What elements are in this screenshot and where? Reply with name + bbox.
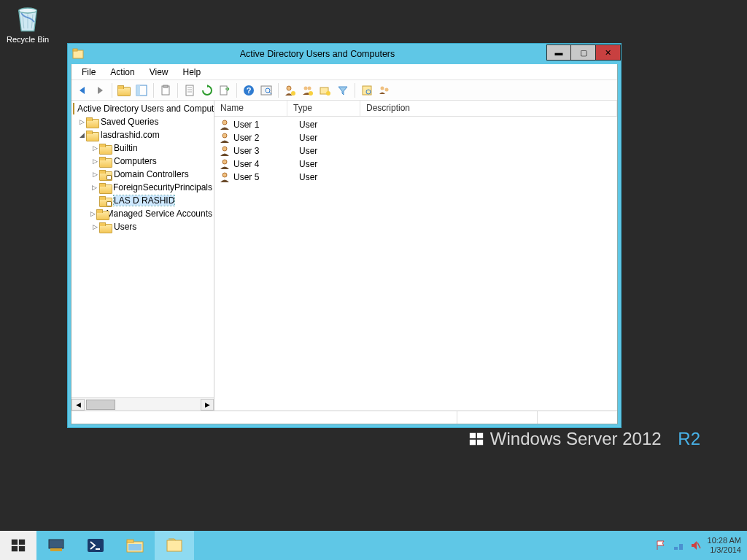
task-explorer[interactable] (115, 531, 155, 560)
list-item[interactable]: User 4User (214, 158, 617, 171)
scroll-right-button[interactable]: ▶ (201, 399, 214, 411)
tree-hscroll[interactable]: ◀ ▶ (71, 397, 214, 411)
expand-icon[interactable]: ▷ (90, 171, 99, 178)
flag-tray-icon[interactable] (655, 540, 667, 551)
svg-rect-4 (477, 440, 483, 445)
toolbar: ? (71, 80, 617, 101)
user-icon (219, 119, 231, 131)
list-body: User 1User User 2User User 3User User 4U… (214, 117, 617, 411)
query-icon (361, 85, 373, 96)
export-icon (219, 85, 231, 96)
tree-computers[interactable]: ▷ Computers (71, 155, 214, 168)
find-icon (260, 85, 272, 96)
tree-saved-queries[interactable]: ▷ Saved Queries (71, 115, 214, 128)
refresh-button[interactable] (199, 82, 215, 98)
explorer-icon (125, 535, 145, 556)
tree-pane: Active Directory Users and Computers ▷ S… (71, 101, 214, 411)
scroll-track[interactable] (85, 399, 201, 411)
expand-icon[interactable]: ▷ (77, 118, 86, 125)
task-aduc[interactable] (155, 531, 194, 560)
expand-icon[interactable]: ▷ (90, 158, 99, 165)
column-type[interactable]: Type (287, 101, 360, 116)
svg-point-21 (287, 86, 291, 90)
clipboard-icon (160, 85, 171, 96)
scroll-left-button[interactable]: ◀ (71, 399, 85, 411)
recycle-bin[interactable]: Recycle Bin (6, 3, 50, 44)
filter-icon (337, 85, 349, 96)
tree-domain[interactable]: ◢ lasdrashid.com (71, 128, 214, 141)
app-icon (72, 48, 84, 60)
list-item[interactable]: User 5User (214, 171, 617, 184)
statusbar (71, 411, 617, 424)
expand-icon[interactable]: ▷ (90, 223, 99, 230)
svg-point-30 (381, 86, 384, 90)
new-user-button[interactable] (282, 82, 298, 98)
tree-root[interactable]: Active Directory Users and Computers (71, 102, 214, 115)
user-icon (219, 132, 231, 144)
svg-rect-11 (186, 85, 193, 96)
svg-rect-1 (470, 433, 476, 438)
start-button[interactable] (0, 531, 36, 560)
forward-button[interactable] (92, 82, 108, 98)
back-button[interactable] (74, 82, 90, 98)
tree-users[interactable]: ▷ Users (71, 220, 214, 233)
up-folder-button[interactable] (116, 82, 132, 98)
svg-point-31 (385, 88, 389, 91)
new-group-button[interactable] (300, 82, 316, 98)
cut-button[interactable] (158, 82, 174, 98)
clock-date: 1/3/2014 (708, 545, 741, 555)
add-to-group-button[interactable] (376, 82, 392, 98)
svg-rect-38 (19, 540, 25, 545)
close-button[interactable]: ✕ (596, 44, 621, 61)
list-pane: Name Type Description User 1User User 2U… (214, 101, 617, 411)
minimize-button[interactable]: ▬ (546, 44, 571, 61)
tree-domain-controllers[interactable]: ▷ Domain Controllers (71, 168, 214, 181)
svg-point-32 (222, 120, 227, 125)
svg-rect-45 (127, 540, 133, 542)
list-item[interactable]: User 2User (214, 131, 617, 144)
properties-button[interactable] (182, 82, 198, 98)
column-name[interactable]: Name (214, 101, 287, 116)
column-description[interactable]: Description (360, 101, 617, 116)
volume-tray-icon[interactable] (690, 540, 702, 551)
expand-icon[interactable]: ▷ (90, 184, 99, 191)
expand-icon[interactable]: ▷ (90, 144, 99, 152)
maximize-button[interactable]: ▢ (571, 44, 596, 61)
clock[interactable]: 10:28 AM 1/3/2014 (708, 536, 741, 555)
new-ou-button[interactable] (317, 82, 333, 98)
collapse-icon[interactable]: ◢ (77, 131, 86, 139)
tree-selected-ou[interactable]: LAS D RASHID (71, 194, 214, 207)
help-button[interactable]: ? (241, 82, 257, 98)
expand-icon[interactable]: ▷ (90, 210, 96, 217)
tree-msa[interactable]: ▷ Managed Service Accounts (71, 207, 214, 220)
export-button[interactable] (217, 82, 233, 98)
show-hide-tree-button[interactable] (133, 82, 150, 98)
menu-action[interactable]: Action (103, 66, 142, 79)
task-powershell[interactable] (76, 531, 115, 560)
filter-button[interactable] (335, 82, 351, 98)
menu-file[interactable]: File (74, 66, 103, 79)
svg-rect-2 (477, 433, 483, 438)
list-item[interactable]: User 1User (214, 118, 617, 131)
svg-point-35 (222, 160, 227, 164)
tree-fsp[interactable]: ▷ ForeignSecurityPrincipals (71, 181, 214, 194)
arrow-left-icon (77, 85, 88, 96)
svg-point-22 (291, 91, 295, 96)
titlebar[interactable]: Active Directory Users and Computers ▬ ▢… (68, 44, 621, 64)
scroll-thumb[interactable] (86, 400, 115, 410)
help-icon: ? (243, 85, 255, 96)
tree-builtin[interactable]: ▷ Builtin (71, 141, 214, 155)
svg-point-34 (222, 147, 227, 151)
svg-rect-49 (679, 544, 683, 550)
os-watermark: Windows Server 2012 R2 (468, 429, 700, 449)
task-server-manager[interactable] (36, 531, 76, 560)
menu-view[interactable]: View (142, 66, 176, 79)
list-item[interactable]: User 3User (214, 144, 617, 158)
svg-point-0 (19, 8, 37, 13)
network-tray-icon[interactable] (673, 540, 684, 551)
svg-point-33 (222, 133, 227, 138)
aduc-task-icon (164, 535, 185, 556)
menu-help[interactable]: Help (176, 66, 209, 79)
query-button[interactable] (359, 82, 375, 98)
find-button[interactable] (258, 82, 274, 98)
